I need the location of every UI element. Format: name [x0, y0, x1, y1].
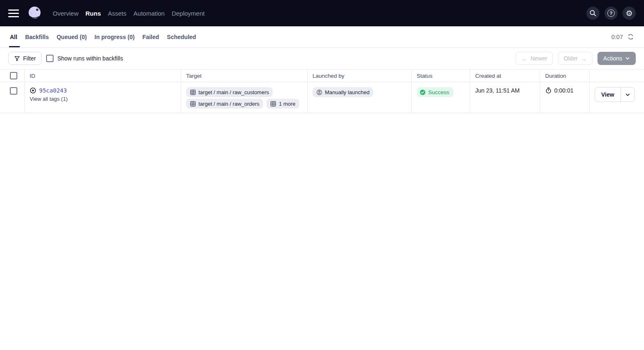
nav-item-assets[interactable]: Assets [108, 10, 126, 17]
column-header-created-at: Created at [470, 70, 540, 82]
refresh-area: 0:07 [611, 26, 634, 47]
run-id-link[interactable]: 95ca0243 [39, 87, 67, 94]
view-split-button: View [595, 87, 635, 102]
asset-tag-label: target / main / raw_customers [198, 89, 269, 95]
status-cell: Success [412, 82, 470, 113]
hamburger-icon [8, 13, 19, 14]
newer-button[interactable]: ← Newer [516, 52, 553, 65]
nav-item-deployment[interactable]: Deployment [172, 10, 205, 17]
header-checkbox-cell [0, 70, 25, 82]
target-tag-row: target / main / raw_orders 1 more [186, 99, 299, 109]
tab-backfills[interactable]: Backfills [25, 26, 49, 47]
runs-toolbar: Filter Show runs within backfills ← Newe… [0, 48, 644, 69]
newer-button-label: Newer [530, 55, 547, 62]
dagster-logo[interactable] [26, 5, 43, 21]
check-circle-icon [420, 89, 426, 95]
hamburger-icon [8, 9, 19, 11]
more-assets-tag[interactable]: 1 more [266, 99, 299, 109]
chevron-down-icon [625, 92, 630, 97]
table-row: 95ca0243 View all tags (1) target / [0, 82, 644, 113]
select-all-checkbox[interactable] [10, 72, 17, 79]
status-badge: Success [417, 87, 453, 97]
column-header-actions [590, 70, 644, 82]
tab-queued[interactable]: Queued (0) [56, 26, 86, 47]
row-checkbox-cell [0, 82, 25, 113]
older-button-label: Older [564, 55, 578, 62]
column-header-launched-by: Launched by [308, 70, 412, 82]
table-grid-icon [270, 101, 276, 107]
column-header-status: Status [412, 70, 470, 82]
refresh-countdown: 0:07 [611, 34, 623, 40]
show-runs-within-backfills-checkbox[interactable] [46, 55, 54, 62]
column-header-duration: Duration [540, 70, 590, 82]
more-assets-label: 1 more [279, 101, 295, 107]
refresh-icon [627, 33, 634, 40]
view-button[interactable]: View [595, 88, 621, 102]
filter-button-label: Filter [23, 55, 36, 62]
gear-icon: ⚙ [625, 9, 632, 17]
chevron-down-icon [625, 56, 630, 61]
older-button[interactable]: Older → [558, 52, 593, 65]
nav-item-runs[interactable]: Runs [86, 10, 101, 17]
table-grid-icon [190, 89, 196, 95]
arrow-right-icon: → [581, 56, 587, 62]
launched-by-cell: Manually launched [308, 82, 412, 113]
hamburger-icon [8, 16, 19, 17]
actions-button-label: Actions [603, 55, 622, 62]
table-header-row: ID Target Launched by Status Created at … [0, 69, 644, 82]
created-at-cell: Jun 23, 11:51 AM [470, 82, 540, 113]
dagster-octopus-icon [26, 5, 43, 21]
tab-scheduled[interactable]: Scheduled [167, 26, 196, 47]
launched-by-tag[interactable]: Manually launched [313, 87, 373, 97]
target-tag-row: target / main / raw_customers [186, 87, 273, 97]
nav-right-actions: ? ⚙ [586, 7, 636, 20]
help-glyph: ? [610, 11, 613, 16]
search-button[interactable] [586, 7, 600, 20]
pagination-actions: ← Newer Older → Actions [516, 52, 636, 65]
status-label: Success [428, 89, 449, 95]
tab-all[interactable]: All [10, 26, 17, 47]
nav-item-automation[interactable]: Automation [133, 10, 165, 17]
tab-failed[interactable]: Failed [142, 26, 159, 47]
asset-tag-label: target / main / raw_orders [198, 101, 259, 107]
column-header-target: Target [181, 70, 308, 82]
arrow-left-icon: ← [521, 56, 527, 62]
asset-tag[interactable]: target / main / raw_customers [186, 87, 273, 97]
view-all-tags-link[interactable]: View all tags (1) [30, 96, 68, 102]
filter-button[interactable]: Filter [8, 52, 42, 65]
duration-cell: 0:00:01 [540, 82, 590, 113]
view-dropdown-button[interactable] [621, 88, 635, 102]
nav-item-overview[interactable]: Overview [53, 10, 79, 17]
duration-line: 0:00:01 [545, 87, 574, 94]
main-nav-links: Overview Runs Assets Automation Deployme… [53, 10, 205, 17]
run-id-line: 95ca0243 [30, 87, 67, 94]
run-id-cell: 95ca0243 View all tags (1) [25, 82, 181, 113]
top-nav: Overview Runs Assets Automation Deployme… [0, 0, 644, 26]
target-cell: target / main / raw_customers target / m… [181, 82, 308, 113]
help-button[interactable]: ? [604, 7, 618, 20]
settings-button[interactable]: ⚙ [623, 7, 636, 20]
show-backfills-label: Show runs within backfills [57, 55, 123, 62]
help-icon: ? [607, 9, 615, 17]
app-root: Overview Runs Assets Automation Deployme… [0, 0, 644, 350]
duration-value: 0:00:01 [554, 87, 574, 94]
user-icon [316, 89, 322, 95]
runs-tab-bar: All Backfills Queued (0) In progress (0)… [0, 26, 644, 48]
table-grid-icon [190, 101, 196, 107]
asset-tag[interactable]: target / main / raw_orders [186, 99, 263, 109]
hamburger-menu-button[interactable] [8, 7, 20, 20]
runs-table: ID Target Launched by Status Created at … [0, 69, 644, 113]
created-at-value: Jun 23, 11:51 AM [475, 87, 520, 94]
row-actions-cell: View [590, 82, 644, 113]
show-backfills-toggle: Show runs within backfills [46, 55, 123, 62]
column-header-id: ID [25, 70, 181, 82]
run-status-icon [30, 87, 36, 94]
row-checkbox[interactable] [10, 87, 17, 95]
actions-button[interactable]: Actions [597, 52, 636, 65]
filter-funnel-icon [14, 56, 20, 62]
tab-in-progress[interactable]: In progress (0) [95, 26, 135, 47]
search-icon [589, 9, 597, 17]
refresh-button[interactable] [627, 33, 634, 40]
launched-by-label: Manually launched [325, 89, 369, 95]
timer-icon [545, 87, 552, 94]
